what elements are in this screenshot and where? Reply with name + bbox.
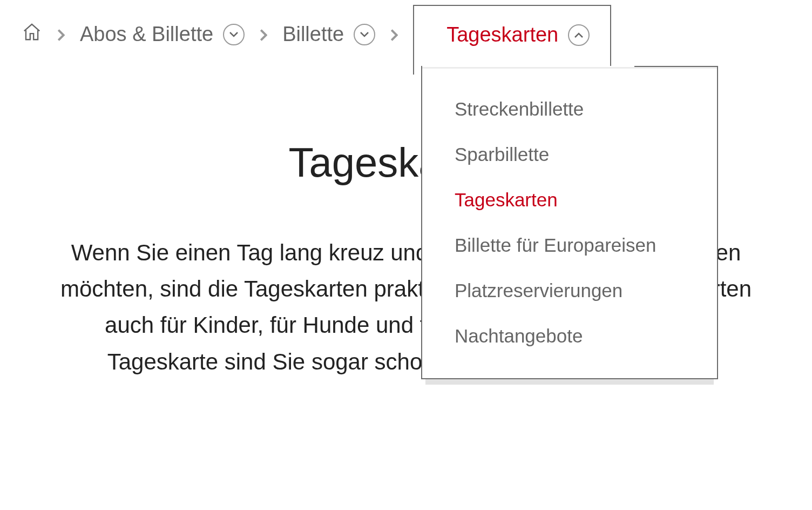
dropdown-item-tageskarten[interactable]: Tageskarten — [422, 177, 717, 223]
breadcrumb-item-abos-billette[interactable]: Abos & Billette — [80, 23, 245, 46]
dropdown-item-europareisen[interactable]: Billette für Europareisen — [422, 223, 717, 268]
dropdown-divider — [422, 67, 717, 69]
breadcrumb-item-tageskarten[interactable]: Tageskarten — [413, 5, 611, 75]
home-icon[interactable] — [22, 22, 42, 47]
chevron-down-icon[interactable] — [223, 24, 245, 45]
breadcrumb-label: Abos & Billette — [80, 23, 213, 46]
chevron-down-icon[interactable] — [354, 24, 375, 45]
breadcrumb-label: Billette — [282, 23, 344, 46]
chevron-right-icon — [260, 23, 267, 46]
dropdown-item-streckenbillette[interactable]: Streckenbillette — [422, 86, 717, 132]
breadcrumb-label: Tageskarten — [446, 23, 558, 46]
breadcrumb: Abos & Billette Billette Tageskarten — [0, 0, 812, 69]
chevron-up-icon[interactable] — [568, 24, 590, 46]
chevron-right-icon — [57, 23, 65, 46]
dropdown-item-nachtangebote[interactable]: Nachtangebote — [422, 313, 717, 359]
dropdown-item-sparbillette[interactable]: Sparbillette — [422, 132, 717, 177]
breadcrumb-item-billette[interactable]: Billette — [282, 23, 375, 46]
breadcrumb-dropdown: Streckenbillette Sparbillette Tageskarte… — [421, 66, 718, 379]
chevron-right-icon — [390, 23, 398, 46]
dropdown-item-platzreservierungen[interactable]: Platzreservierungen — [422, 268, 717, 313]
